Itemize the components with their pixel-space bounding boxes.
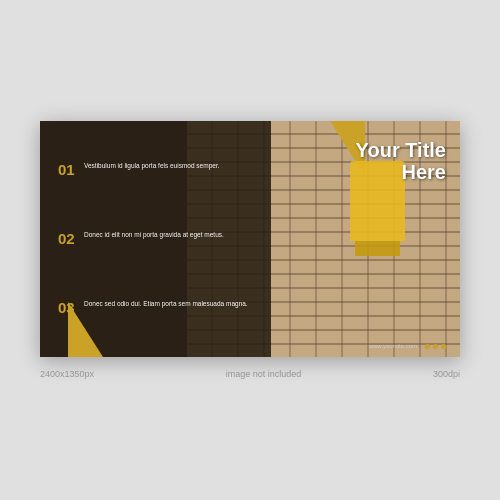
list-text-3: Donec sed odio dui. Etiam porta sem male…	[84, 299, 248, 309]
list-number-3: 03	[58, 299, 76, 317]
content-area: 01 Vestibulum id ligula porta fels euism…	[40, 121, 271, 357]
dot-1	[425, 344, 430, 349]
page-wrapper: Your Title Here 01 Vestibulum id ligula …	[0, 0, 500, 500]
website-url: www.yoursite.com	[369, 343, 417, 349]
list-item-1: 01 Vestibulum id ligula porta fels euism…	[58, 161, 257, 179]
dot-indicators	[425, 344, 446, 349]
list-number-2: 02	[58, 230, 76, 248]
list-text-1: Vestibulum id ligula porta fels euismod …	[84, 161, 220, 171]
dimensions-label: 2400x1350px	[40, 369, 94, 379]
dot-3	[441, 344, 446, 349]
slide-container: Your Title Here 01 Vestibulum id ligula …	[40, 121, 460, 357]
title-area: Your Title Here	[286, 139, 446, 183]
list-text-2: Donec id elit non mi porta gravida at eg…	[84, 230, 224, 240]
list-item-2: 02 Donec id elit non mi porta gravida at…	[58, 230, 257, 248]
slide-title: Your Title Here	[286, 139, 446, 183]
title-line2: Here	[402, 161, 446, 183]
dpi-label: 300dpi	[433, 369, 460, 379]
list-item-3: 03 Donec sed odio dui. Etiam porta sem m…	[58, 299, 257, 317]
image-note-label: image not included	[226, 369, 302, 379]
slide-footer: www.yoursite.com	[369, 343, 446, 349]
bottom-labels: 2400x1350px image not included 300dpi	[40, 369, 460, 379]
title-line1: Your Title	[356, 139, 446, 161]
list-number-1: 01	[58, 161, 76, 179]
dot-2	[433, 344, 438, 349]
